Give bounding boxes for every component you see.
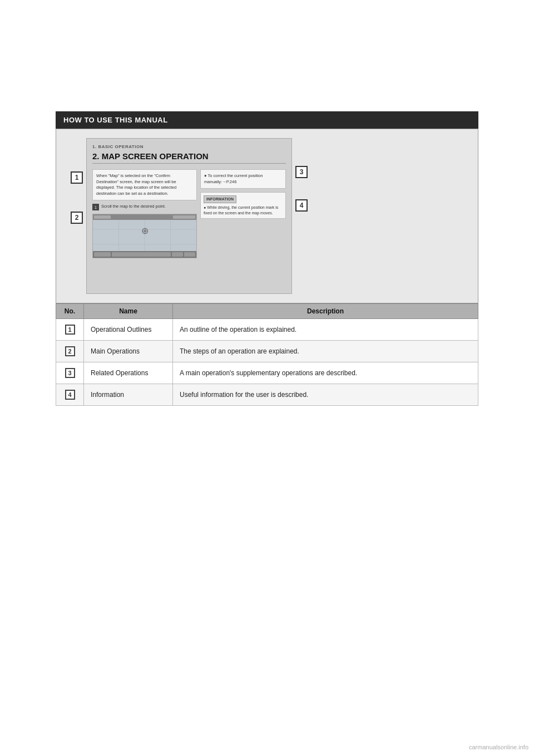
num-badge-4: 4: [65, 390, 75, 400]
callout-3: 3: [295, 166, 308, 178]
manual-content-area: When "Map" is selected on the "Confirm D…: [92, 169, 286, 258]
section-header-text: HOW TO USE THIS MANUAL: [63, 116, 168, 124]
options-btn: [94, 215, 111, 219]
col-header-description: Description: [173, 304, 478, 319]
map-toolbar: [93, 251, 196, 258]
map-btn-2: [112, 252, 171, 257]
cell-name-1: Operational Outlines: [84, 319, 173, 341]
signal-indicator: [173, 215, 195, 219]
manual-right-text-box: ● To correct the current position manual…: [200, 169, 286, 189]
callout-1: 1: [71, 171, 83, 184]
manual-page: 1. BASIC OPERATION 2. MAP SCREEN OPERATI…: [86, 138, 292, 294]
table-header-row: No. Name Description: [56, 304, 478, 319]
content-area: HOW TO USE THIS MANUAL 1 2 1. BASIC OPER…: [56, 111, 478, 406]
manual-map-img: ⊕: [92, 214, 197, 258]
watermark: carmanualsonline.info: [469, 744, 528, 750]
cell-name-4: Information: [84, 384, 173, 406]
cell-desc-3: A main operation's supplementary operati…: [173, 362, 478, 384]
illustration-container: 1 2 1. BASIC OPERATION 2. MAP SCREEN OPE…: [56, 129, 478, 303]
left-callout-col: 1 2: [67, 138, 86, 224]
manual-right-col: ● To correct the current position manual…: [200, 169, 286, 258]
cell-name-3: Related Operations: [84, 362, 173, 384]
cell-desc-4: Useful information for the user is descr…: [173, 384, 478, 406]
manual-section-label: 1. BASIC OPERATION: [92, 144, 286, 149]
manual-left-col: When "Map" is selected on the "Confirm D…: [92, 169, 197, 258]
right-callout-col: 3 4: [292, 138, 311, 212]
table-row: 4InformationUseful information for the u…: [56, 384, 478, 406]
cell-name-2: Main Operations: [84, 341, 173, 362]
info-label: INFORMATION: [204, 195, 236, 203]
callout-2: 2: [71, 212, 83, 224]
cell-no-3: 3: [56, 362, 84, 384]
table-row: 2Main OperationsThe steps of an operatio…: [56, 341, 478, 362]
info-box: INFORMATION ● While driving, the current…: [200, 192, 286, 219]
manual-title: 2. MAP SCREEN OPERATION: [92, 151, 286, 164]
num-badge-2: 2: [65, 346, 75, 356]
callout-4: 4: [295, 199, 308, 212]
cell-no-4: 4: [56, 384, 84, 406]
cell-no-1: 1: [56, 319, 84, 341]
manual-text-box-1: When "Map" is selected on the "Confirm D…: [92, 169, 197, 200]
map-top-toolbar: [93, 214, 196, 220]
section-header: HOW TO USE THIS MANUAL: [56, 111, 478, 129]
manual-step-1: 1 Scroll the map to the desired point.: [92, 204, 197, 210]
cell-desc-1: An outline of the operation is explained…: [173, 319, 478, 341]
num-badge-1: 1: [65, 325, 75, 335]
info-table: No. Name Description 1Operational Outlin…: [56, 303, 478, 406]
map-btn-4: [184, 252, 195, 257]
table-row: 3Related OperationsA main operation's su…: [56, 362, 478, 384]
step-num-1: 1: [92, 204, 99, 210]
info-box-text: ● While driving, the current position ma…: [204, 205, 283, 216]
num-badge-3: 3: [65, 368, 75, 378]
cell-desc-2: The steps of an operation are explained.: [173, 341, 478, 362]
table-row: 1Operational OutlinesAn outline of the o…: [56, 319, 478, 341]
map-btn-1: [94, 252, 111, 257]
map-btn-3: [172, 252, 183, 257]
col-header-name: Name: [84, 304, 173, 319]
col-header-no: No.: [56, 304, 84, 319]
cell-no-2: 2: [56, 341, 84, 362]
step-text-1: Scroll the map to the desired point.: [101, 204, 166, 210]
map-marker: ⊕: [141, 225, 149, 236]
